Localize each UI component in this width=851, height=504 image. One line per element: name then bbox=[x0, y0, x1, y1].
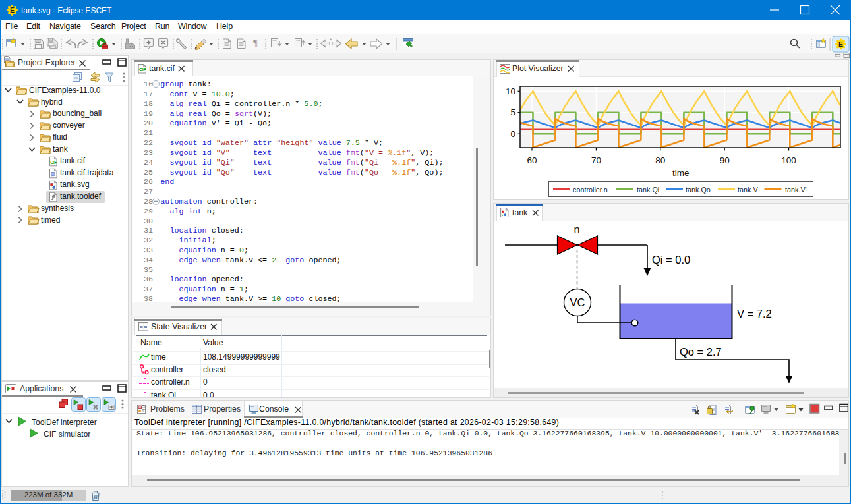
svg-text:70: 70 bbox=[591, 155, 601, 165]
svg-text:n: n bbox=[573, 223, 579, 235]
svg-text:V = 7.2: V = 7.2 bbox=[737, 308, 772, 320]
svg-text:*: * bbox=[330, 37, 332, 43]
svg-text:80: 80 bbox=[655, 155, 665, 165]
svg-text:tank.V': tank.V' bbox=[785, 186, 807, 194]
svg-text:0: 0 bbox=[510, 129, 515, 139]
svg-text:E: E bbox=[838, 40, 843, 48]
svg-text:60: 60 bbox=[527, 155, 537, 165]
svg-text:Qo = 2.7: Qo = 2.7 bbox=[680, 346, 722, 358]
svg-text:90: 90 bbox=[720, 155, 730, 165]
svg-text:5: 5 bbox=[510, 107, 515, 117]
svg-text:tank.V: tank.V bbox=[738, 186, 758, 194]
svg-text:10: 10 bbox=[506, 86, 515, 96]
svg-text:E: E bbox=[10, 6, 15, 14]
svg-text:tank.Qi: tank.Qi bbox=[637, 186, 659, 194]
svg-text:CIF: CIF bbox=[50, 159, 57, 164]
svg-text:100: 100 bbox=[781, 155, 796, 165]
svg-text:time: time bbox=[672, 168, 690, 178]
svg-text:tank.Qo: tank.Qo bbox=[686, 186, 711, 194]
svg-text:CIF: CIF bbox=[139, 67, 146, 72]
svg-text:¶: ¶ bbox=[253, 38, 258, 48]
svg-text:Qi = 0.0: Qi = 0.0 bbox=[652, 254, 690, 266]
svg-text:controller.n: controller.n bbox=[573, 186, 608, 194]
svg-text:VC: VC bbox=[570, 296, 585, 308]
